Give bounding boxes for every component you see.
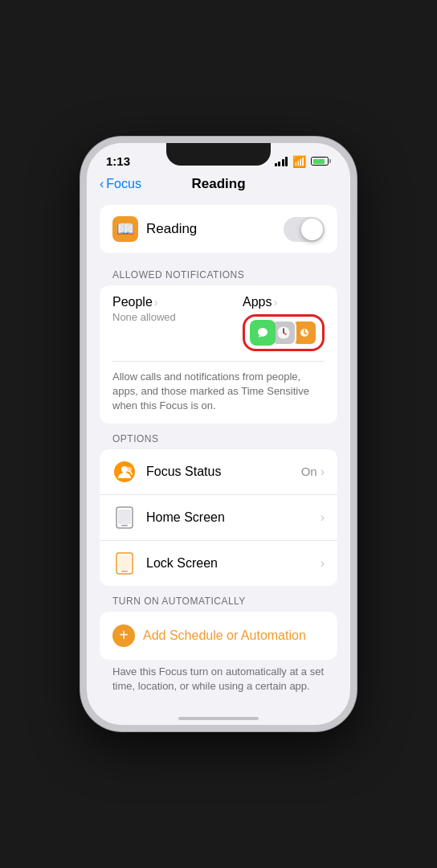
focus-status-label: Focus Status xyxy=(146,465,292,479)
options-card: Focus Status On › Home xyxy=(100,449,337,586)
nav-title: Reading xyxy=(191,176,245,192)
focus-status-right: On › xyxy=(301,465,325,479)
scroll-content: 📖 Reading ALLOWED NOTIFICATIONS People xyxy=(87,199,350,702)
reading-toggle[interactable] xyxy=(284,217,325,242)
home-screen-right: › xyxy=(321,510,325,525)
notifications-card: People › None allowed Apps › xyxy=(100,285,337,424)
focus-status-icon xyxy=(112,460,137,484)
notifications-description: Allow calls and notifications from peopl… xyxy=(112,361,325,414)
svg-rect-14 xyxy=(121,525,128,526)
wifi-icon: 📶 xyxy=(292,155,306,168)
notifications-row: People › None allowed Apps › xyxy=(112,295,325,351)
battery-icon xyxy=(311,157,331,166)
book-icon: 📖 xyxy=(116,220,134,238)
apps-icons-group xyxy=(243,314,325,351)
signal-icon xyxy=(275,157,288,166)
reading-icon: 📖 xyxy=(112,216,138,242)
reading-toggle-card: 📖 Reading xyxy=(100,205,337,253)
options-label: OPTIONS xyxy=(87,424,350,449)
chevron-right-icon: › xyxy=(154,296,158,309)
home-screen-row[interactable]: Home Screen › xyxy=(100,495,337,541)
people-section[interactable]: People › None allowed xyxy=(112,295,176,323)
people-sub: None allowed xyxy=(112,311,176,323)
status-time: 1:13 xyxy=(106,154,130,168)
home-bar xyxy=(178,717,259,720)
notch xyxy=(166,143,271,166)
apps-label: Apps › xyxy=(243,295,277,309)
chevron-right-home: › xyxy=(321,510,325,525)
phone-frame: 1:13 📶 ‹ Foc xyxy=(80,137,357,731)
reading-label: Reading xyxy=(146,221,197,237)
chevron-right-icon-apps: › xyxy=(273,296,277,309)
svg-point-10 xyxy=(121,466,128,473)
back-label: Focus xyxy=(106,177,141,191)
home-screen-icon xyxy=(112,506,137,530)
svg-rect-17 xyxy=(121,571,128,572)
back-button[interactable]: ‹ Focus xyxy=(100,177,141,191)
lock-screen-right: › xyxy=(321,556,325,571)
svg-rect-16 xyxy=(118,555,131,570)
svg-rect-13 xyxy=(118,510,131,524)
add-schedule-row[interactable]: + Add Schedule or Automation xyxy=(100,612,337,660)
add-schedule-label: Add Schedule or Automation xyxy=(143,628,306,643)
chevron-left-icon: ‹ xyxy=(100,177,104,191)
chevron-right-lock: › xyxy=(321,556,325,571)
allowed-notifications-label: ALLOWED NOTIFICATIONS xyxy=(87,260,350,285)
lock-screen-row[interactable]: Lock Screen › xyxy=(100,541,337,586)
chevron-right-focus: › xyxy=(321,465,325,479)
people-label: People › xyxy=(112,295,176,309)
screen: 1:13 📶 ‹ Foc xyxy=(87,143,350,725)
toggle-thumb xyxy=(301,219,323,240)
automation-card: + Add Schedule or Automation xyxy=(100,612,337,660)
focus-status-value: On xyxy=(301,465,317,478)
turn-on-auto-label: TURN ON AUTOMATICALLY xyxy=(87,586,350,612)
lock-screen-label: Lock Screen xyxy=(146,556,311,571)
apps-section[interactable]: Apps › xyxy=(243,295,325,351)
automation-description: Have this Focus turn on automatically at… xyxy=(87,660,350,694)
nav-bar: ‹ Focus Reading xyxy=(87,173,350,199)
home-indicator xyxy=(87,702,350,725)
add-icon: + xyxy=(112,624,135,647)
app-icon-messages xyxy=(250,320,276,346)
focus-status-row[interactable]: Focus Status On › xyxy=(100,449,337,495)
home-screen-label: Home Screen xyxy=(146,510,311,525)
status-icons: 📶 xyxy=(275,155,332,168)
lock-screen-icon xyxy=(112,551,137,575)
